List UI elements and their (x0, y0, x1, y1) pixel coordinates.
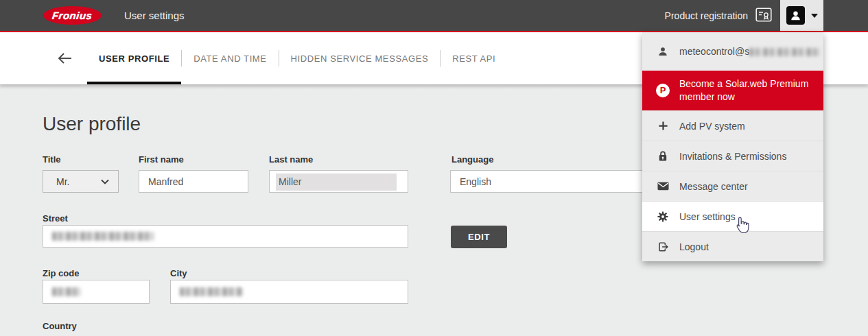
first-name-input[interactable]: Manfred (139, 170, 248, 193)
menu-item-label: Invitations & Permissions (679, 151, 786, 162)
page-title: User settings (124, 10, 185, 21)
select-chevron-icon (101, 179, 109, 184)
menu-item-account-email[interactable]: meteocontrol@s (642, 32, 823, 71)
tab-date-and-time[interactable]: DATE AND TIME (182, 32, 278, 84)
fronius-logo[interactable]: Fronius (43, 6, 102, 25)
avatar-icon (786, 6, 805, 25)
country-label: Country (43, 321, 77, 331)
first-name-value: Manfred (148, 176, 183, 187)
tab-hidden-service-messages[interactable]: HIDDEN SERVICE MESSAGES (279, 32, 441, 84)
tab-rest-api[interactable]: REST API (441, 32, 507, 84)
menu-item-label: User settings (679, 211, 736, 222)
user-dropdown-menu: meteocontrol@s P Become a Solar.web Prem… (642, 32, 823, 261)
city-label: City (170, 268, 187, 278)
top-bar: Fronius User settings Product registrati… (0, 0, 868, 32)
premium-p-icon: P (655, 84, 670, 97)
product-registration-link[interactable]: Product registration (665, 0, 772, 31)
street-input[interactable] (43, 225, 408, 248)
page: Fronius User settings Product registrati… (0, 0, 868, 336)
menu-item-message-center[interactable]: Message center (642, 171, 823, 201)
section-heading: User profile (43, 113, 141, 135)
menu-item-premium[interactable]: P Become a Solar.web Premium member now (642, 71, 823, 110)
language-label: Language (451, 154, 493, 165)
gear-icon (655, 211, 670, 222)
menu-item-label: Add PV system (679, 121, 745, 132)
menu-item-invitations-permissions[interactable]: Invitations & Permissions (642, 141, 823, 171)
menu-item-label: Message center (679, 181, 748, 192)
product-registration-label: Product registration (665, 10, 748, 21)
plus-icon (655, 121, 670, 131)
envelope-icon (655, 182, 670, 191)
menu-item-label: Become a Solar.web Premium member now (679, 77, 817, 104)
street-label: Street (43, 213, 68, 224)
redaction-blur (180, 287, 243, 296)
language-input[interactable]: English (450, 170, 656, 193)
first-name-label: First name (139, 154, 184, 165)
edit-button[interactable]: EDIT (451, 226, 507, 248)
last-name-label: Last name (269, 154, 313, 165)
menu-item-add-pv-system[interactable]: Add PV system (642, 110, 823, 141)
tab-user-profile[interactable]: USER PROFILE (87, 32, 181, 84)
title-select-value: Mr. (56, 176, 69, 187)
redaction-blur (52, 287, 81, 296)
user-menu-button[interactable] (780, 0, 823, 31)
title-select[interactable]: Mr. (43, 170, 119, 193)
person-icon (655, 46, 670, 57)
account-email: meteocontrol@s (679, 46, 821, 57)
language-value: English (460, 176, 491, 187)
redaction-blur (52, 232, 154, 241)
menu-item-user-settings[interactable]: User settings (642, 201, 823, 231)
zip-code-label: Zip code (43, 268, 79, 278)
menu-item-logout[interactable]: Logout (642, 231, 823, 261)
back-arrow-button[interactable] (58, 53, 72, 64)
menu-item-label: Logout (679, 241, 709, 252)
city-input[interactable] (170, 280, 408, 304)
zip-code-input[interactable] (43, 280, 150, 304)
last-name-value: Miller (279, 176, 301, 187)
lock-icon (655, 151, 670, 162)
title-label: Title (43, 154, 61, 165)
last-name-input[interactable]: Miller (269, 170, 408, 193)
logout-icon (655, 241, 670, 252)
redaction-blur (749, 48, 821, 56)
chevron-down-icon (811, 14, 818, 18)
fronius-logo-text: Fronius (51, 10, 93, 21)
certificate-icon (755, 8, 772, 24)
